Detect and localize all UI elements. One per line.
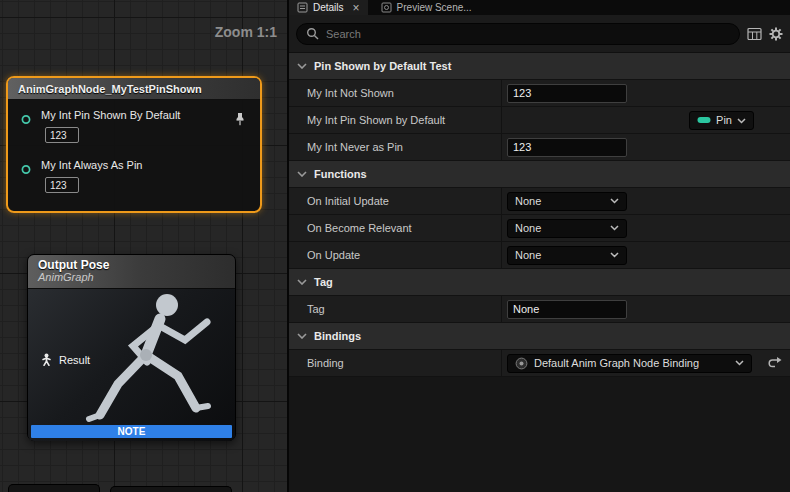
dropdown-value: Default Anim Graph Node Binding: [534, 357, 699, 369]
bind-arrow-button[interactable]: [767, 357, 782, 369]
pin-icon: [697, 116, 711, 124]
dropdown-value: None: [515, 222, 541, 234]
property-row-binding: Binding Default Anim Graph Node Binding: [289, 350, 790, 377]
property-row-my-int-not-shown: My Int Not Shown: [289, 80, 790, 107]
chevron-down-icon: [737, 118, 746, 124]
property-label: On Initial Update: [289, 188, 502, 214]
section-title: Bindings: [314, 330, 361, 342]
section-title: Tag: [314, 276, 333, 288]
pin-thumbtack-icon[interactable]: [234, 112, 246, 126]
on-initial-update-dropdown[interactable]: None: [507, 192, 627, 211]
chevron-down-icon: [610, 225, 619, 231]
tab-label: Preview Scene...: [397, 2, 472, 13]
search-icon: [306, 27, 319, 40]
tab-label: Details: [313, 2, 344, 13]
search-input[interactable]: [326, 28, 730, 40]
tab-details[interactable]: Details ×: [289, 0, 368, 15]
my-int-not-shown-input[interactable]: [507, 84, 627, 103]
partial-node[interactable]: [110, 486, 232, 492]
anim-graph-node[interactable]: AnimGraphNode_MyTestPinShown My Int Pin …: [6, 76, 262, 213]
partial-node[interactable]: [8, 484, 100, 492]
pin-visibility-dropdown[interactable]: Pin: [689, 111, 754, 130]
int-pin-icon[interactable]: [21, 114, 32, 125]
node-title: Output Pose: [38, 258, 235, 272]
binding-icon: [515, 357, 528, 370]
section-header-bindings[interactable]: Bindings: [289, 323, 790, 350]
property-row-on-update: On Update None: [289, 242, 790, 269]
section-header-tag[interactable]: Tag: [289, 269, 790, 296]
dropdown-value: None: [515, 249, 541, 261]
pin-value-input[interactable]: [45, 127, 79, 143]
chevron-down-icon: [735, 360, 744, 366]
pose-preview: Result NOTE: [28, 289, 235, 441]
int-pin-icon[interactable]: [21, 164, 32, 175]
chevron-down-icon: [297, 333, 307, 339]
section-header-functions[interactable]: Functions: [289, 161, 790, 188]
property-label: Tag: [289, 296, 502, 322]
panel-tab-bar: Details × Preview Scene...: [289, 0, 790, 15]
note-badge: NOTE: [31, 425, 232, 438]
property-row-my-int-never-as-pin: My Int Never as Pin: [289, 134, 790, 161]
tag-input[interactable]: [507, 300, 627, 319]
section-title: Pin Shown by Default Test: [314, 60, 451, 72]
node-title: AnimGraphNode_MyTestPinShown: [8, 78, 260, 100]
property-label: Binding: [289, 350, 502, 376]
search-box: [296, 23, 740, 45]
pin-label: My Int Always As Pin: [41, 159, 142, 171]
close-tab-icon[interactable]: ×: [353, 3, 360, 13]
property-label: My Int Not Shown: [289, 80, 502, 106]
tab-preview-scene[interactable]: Preview Scene...: [373, 0, 480, 15]
dropdown-value: None: [515, 195, 541, 207]
on-become-relevant-dropdown[interactable]: None: [507, 219, 627, 238]
chevron-down-icon: [297, 171, 307, 177]
result-pin-label: Result: [59, 354, 90, 366]
property-row-on-become-relevant: On Become Relevant None: [289, 215, 790, 242]
preview-scene-tab-icon: [381, 2, 392, 13]
property-label: My Int Pin Shown by Default: [289, 107, 502, 133]
pin-value-input[interactable]: [45, 177, 79, 193]
details-tab-icon: [297, 2, 308, 13]
section-header-pin-shown-by-default-test[interactable]: Pin Shown by Default Test: [289, 53, 790, 80]
property-label: My Int Never as Pin: [289, 134, 502, 160]
details-toolbar: [289, 15, 790, 53]
chevron-down-icon: [297, 63, 307, 69]
gear-icon: [769, 27, 783, 41]
output-pose-node[interactable]: Output Pose AnimGraph: [27, 254, 236, 441]
my-int-never-as-pin-input[interactable]: [507, 138, 627, 157]
view-options-button[interactable]: [747, 27, 762, 41]
unreal-editor-window: Zoom 1:1 AnimGraphNode_MyTestPinShown My…: [0, 0, 790, 492]
binding-dropdown[interactable]: Default Anim Graph Node Binding: [507, 354, 752, 373]
property-row-tag: Tag: [289, 296, 790, 323]
result-pose-pin-icon[interactable]: [40, 353, 53, 366]
node-subtitle: AnimGraph: [38, 271, 235, 283]
chevron-down-icon: [610, 198, 619, 204]
chevron-down-icon: [610, 252, 619, 258]
bind-arrow-icon: [767, 357, 782, 369]
on-update-dropdown[interactable]: None: [507, 246, 627, 265]
zoom-indicator: Zoom 1:1: [215, 24, 277, 40]
details-panel: Details × Preview Scene...: [287, 0, 790, 492]
settings-button[interactable]: [769, 27, 783, 41]
property-label: On Become Relevant: [289, 215, 502, 241]
pin-dropdown-value: Pin: [716, 114, 732, 126]
property-matrix-icon: [747, 27, 762, 41]
anim-graph-canvas[interactable]: Zoom 1:1 AnimGraphNode_MyTestPinShown My…: [0, 0, 287, 492]
section-title: Functions: [314, 168, 367, 180]
property-row-my-int-pin-shown-by-default: My Int Pin Shown by Default Pin: [289, 107, 790, 134]
property-row-on-initial-update: On Initial Update None: [289, 188, 790, 215]
chevron-down-icon: [297, 279, 307, 285]
property-label: On Update: [289, 242, 502, 268]
pin-label: My Int Pin Shown By Default: [41, 109, 180, 121]
